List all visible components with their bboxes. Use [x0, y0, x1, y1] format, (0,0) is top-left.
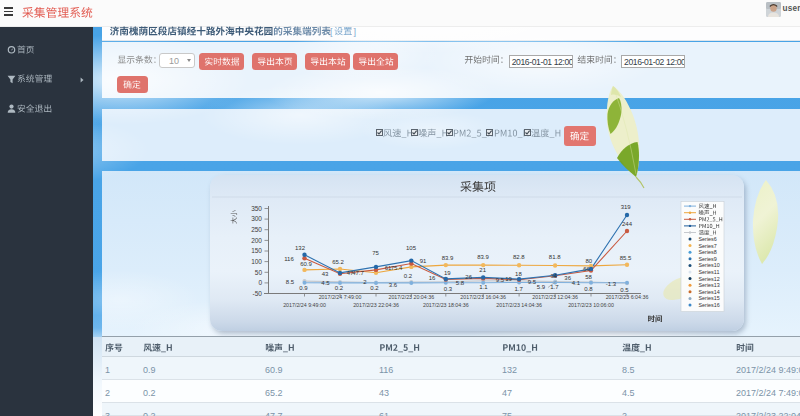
svg-text:200: 200: [251, 237, 262, 244]
svg-text:0.3: 0.3: [444, 286, 453, 292]
svg-text:83.9: 83.9: [442, 255, 454, 261]
svg-text:150: 150: [251, 247, 262, 254]
svg-text:Series15: Series15: [699, 295, 720, 301]
svg-text:1.1: 1.1: [479, 284, 488, 290]
svg-text:0.2: 0.2: [370, 285, 379, 291]
svg-text:Series9: Series9: [699, 256, 717, 262]
svg-text:Series14: Series14: [699, 289, 720, 295]
svg-text:2017/2/23 12:04:36: 2017/2/23 12:04:36: [532, 294, 578, 300]
svg-text:0.2: 0.2: [404, 273, 413, 279]
svg-text:1.7: 1.7: [515, 286, 524, 292]
svg-text:0.5: 0.5: [620, 287, 629, 293]
svg-text:75: 75: [372, 250, 379, 256]
svg-text:Series11: Series11: [699, 269, 720, 275]
svg-text:2017/2/23 22:04:36: 2017/2/23 22:04:36: [353, 302, 399, 308]
svg-text:66: 66: [583, 266, 590, 272]
svg-text:5.8: 5.8: [456, 280, 465, 286]
svg-text:Series6: Series6: [699, 236, 717, 242]
svg-text:82.8: 82.8: [513, 254, 525, 260]
svg-text:0: 0: [258, 279, 262, 286]
svg-text:80: 80: [585, 258, 592, 264]
svg-text:0.8: 0.8: [584, 286, 593, 292]
svg-text:2017/2/23 16:04:36: 2017/2/23 16:04:36: [460, 294, 506, 300]
svg-text:0.2: 0.2: [335, 285, 344, 291]
svg-text:2017/2/23 6:04:36: 2017/2/23 6:04:36: [606, 294, 649, 300]
svg-text:-1.3: -1.3: [606, 281, 617, 287]
svg-text:9.5: 9.5: [528, 279, 537, 285]
svg-text:4.5: 4.5: [321, 280, 330, 286]
svg-text:21: 21: [479, 267, 486, 273]
svg-text:83.9: 83.9: [477, 254, 489, 260]
svg-text:58: 58: [585, 274, 592, 280]
svg-text:50: 50: [255, 269, 263, 276]
svg-text:43: 43: [322, 271, 329, 277]
svg-text:19: 19: [444, 270, 451, 276]
svg-text:18: 18: [515, 271, 522, 277]
svg-text:4.1: 4.1: [572, 280, 581, 286]
svg-text:100: 100: [251, 258, 262, 265]
svg-text:132: 132: [295, 245, 306, 251]
svg-text:0.9: 0.9: [299, 285, 308, 291]
svg-text:244: 244: [622, 221, 633, 227]
svg-text:47.7: 47.7: [352, 270, 364, 276]
svg-text:105: 105: [406, 245, 417, 251]
svg-text:34: 34: [550, 273, 557, 279]
svg-text:2017/2/23 10:06:00: 2017/2/23 10:06:00: [568, 302, 614, 308]
svg-text:319: 319: [621, 204, 632, 210]
svg-text:Series12: Series12: [699, 276, 720, 282]
svg-text:2: 2: [363, 279, 367, 285]
svg-text:350: 350: [251, 205, 262, 212]
svg-text:60.9: 60.9: [300, 261, 312, 267]
svg-text:36: 36: [564, 275, 571, 281]
svg-text:Series13: Series13: [699, 282, 720, 288]
svg-text:2017/2/24 7:49:00: 2017/2/24 7:49:00: [319, 294, 362, 300]
svg-text:9.5: 9.5: [496, 277, 505, 283]
svg-text:26: 26: [465, 274, 472, 280]
svg-text:Series10: Series10: [699, 262, 720, 268]
svg-text:-50: -50: [253, 290, 263, 297]
svg-text:Series8: Series8: [699, 249, 717, 255]
svg-text:91: 91: [420, 258, 427, 264]
svg-text:300: 300: [251, 215, 262, 222]
svg-text:Series7: Series7: [699, 243, 717, 249]
svg-text:2017/2/23 18:04:36: 2017/2/23 18:04:36: [423, 302, 469, 308]
svg-text:116: 116: [284, 256, 294, 262]
svg-text:16: 16: [429, 275, 436, 281]
svg-text:8.5: 8.5: [286, 279, 295, 285]
svg-text:2017/2/23 20:04:36: 2017/2/23 20:04:36: [388, 294, 434, 300]
svg-text:1.7: 1.7: [550, 284, 559, 290]
svg-text:3.6: 3.6: [389, 282, 398, 288]
svg-text:19: 19: [505, 276, 512, 282]
svg-text:85.5: 85.5: [620, 255, 632, 261]
svg-text:2017/2/23 14:04:36: 2017/2/23 14:04:36: [496, 302, 542, 308]
svg-text:65.2: 65.2: [332, 259, 344, 265]
svg-text:81.8: 81.8: [549, 254, 561, 260]
svg-text:2017/2/24 9:49:00: 2017/2/24 9:49:00: [283, 302, 326, 308]
svg-text:75.4: 75.4: [391, 265, 403, 271]
svg-text:5.9: 5.9: [537, 284, 546, 290]
svg-text:Series16: Series16: [699, 302, 720, 308]
svg-text:250: 250: [251, 226, 262, 233]
